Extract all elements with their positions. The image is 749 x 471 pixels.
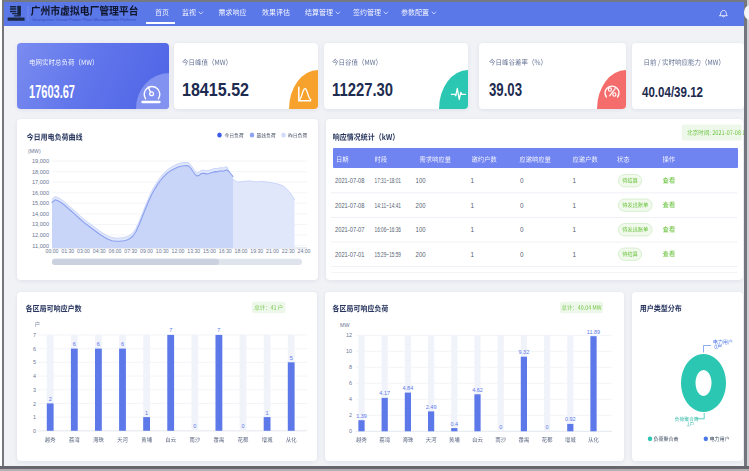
svg-text:8: 8 <box>349 364 352 370</box>
svg-text:16:06~16:36: 16:06~16:36 <box>375 226 402 233</box>
svg-text:6: 6 <box>97 341 100 347</box>
svg-text:06:00: 06:00 <box>109 248 122 254</box>
svg-text:MW: MW <box>340 322 350 328</box>
svg-text:03:00: 03:00 <box>77 248 90 254</box>
svg-text:21:00: 21:00 <box>266 248 279 254</box>
svg-text:0: 0 <box>546 424 549 430</box>
svg-text:1: 1 <box>145 410 148 416</box>
svg-text:4.62: 4.62 <box>472 387 483 393</box>
svg-text:7: 7 <box>217 327 220 333</box>
svg-text:4.17: 4.17 <box>379 390 390 396</box>
svg-text:2021-07-07: 2021-07-07 <box>335 226 365 233</box>
svg-text:1: 1 <box>471 202 475 209</box>
svg-text:17:31~18:01: 17:31~18:01 <box>375 177 402 184</box>
svg-text:15,000: 15,000 <box>32 200 49 206</box>
svg-text:13,000: 13,000 <box>32 221 49 227</box>
svg-text:16:30: 16:30 <box>219 248 232 254</box>
svg-text:0: 0 <box>520 202 524 209</box>
svg-text:12: 12 <box>346 332 352 338</box>
svg-text:1: 1 <box>573 251 577 258</box>
svg-text:18,000: 18,000 <box>32 169 49 175</box>
svg-text:2: 2 <box>49 396 52 402</box>
svg-text:1: 1 <box>471 251 475 258</box>
svg-text:1: 1 <box>471 226 475 233</box>
svg-text:2: 2 <box>33 401 36 407</box>
svg-text:2.49: 2.49 <box>426 404 437 410</box>
svg-text:1: 1 <box>573 226 577 233</box>
svg-text:7: 7 <box>33 332 36 338</box>
svg-text:1: 1 <box>471 177 475 184</box>
svg-text:09:00: 09:00 <box>140 248 153 254</box>
svg-text:5: 5 <box>290 355 293 361</box>
svg-text:6: 6 <box>33 346 36 352</box>
svg-text:11227.30: 11227.30 <box>332 79 393 100</box>
svg-text:0: 0 <box>520 226 524 233</box>
svg-text:4.84: 4.84 <box>403 385 414 391</box>
svg-text:12:00: 12:00 <box>172 248 185 254</box>
svg-text:17603.67: 17603.67 <box>29 82 75 102</box>
svg-text:200: 200 <box>416 202 426 209</box>
svg-text:0: 0 <box>520 251 524 258</box>
svg-text:14,000: 14,000 <box>32 211 49 217</box>
svg-text:0: 0 <box>520 177 524 184</box>
svg-text:12,000: 12,000 <box>32 232 49 238</box>
svg-text:10: 10 <box>346 348 352 354</box>
svg-text:14:11~14:41: 14:11~14:41 <box>375 202 402 209</box>
svg-text:6: 6 <box>349 380 352 386</box>
svg-text:04:30: 04:30 <box>93 248 106 254</box>
svg-text:200: 200 <box>416 251 426 258</box>
svg-text:15:29~15:59: 15:29~15:59 <box>375 251 402 258</box>
svg-text:0: 0 <box>33 428 36 434</box>
svg-text:17,000: 17,000 <box>32 179 49 185</box>
svg-text:6: 6 <box>73 341 76 347</box>
svg-text:2021-07-01: 2021-07-01 <box>335 251 365 258</box>
svg-text:19,000: 19,000 <box>32 158 49 164</box>
svg-text:39.03: 39.03 <box>489 79 522 100</box>
svg-text:1: 1 <box>573 202 577 209</box>
svg-text:6: 6 <box>121 341 124 347</box>
svg-text:01:30: 01:30 <box>61 248 74 254</box>
svg-text:4: 4 <box>33 373 36 379</box>
svg-text:7: 7 <box>169 327 172 333</box>
svg-text:2021-07-08: 2021-07-08 <box>335 177 365 184</box>
svg-text:11.89: 11.89 <box>587 329 600 335</box>
svg-text:24:00: 24:00 <box>298 248 311 254</box>
svg-text:10:30: 10:30 <box>156 248 169 254</box>
svg-text:100: 100 <box>416 226 426 233</box>
svg-text:5: 5 <box>33 359 36 365</box>
svg-text:1.39: 1.39 <box>356 413 367 419</box>
svg-text:1: 1 <box>266 410 269 416</box>
svg-text:1: 1 <box>573 177 577 184</box>
svg-text:0: 0 <box>241 423 244 429</box>
svg-text:0: 0 <box>499 424 502 430</box>
svg-text:2021-07-08: 2021-07-08 <box>335 202 365 209</box>
svg-text:00:00: 00:00 <box>46 248 59 254</box>
svg-text:16,000: 16,000 <box>32 190 49 196</box>
svg-text:0: 0 <box>349 428 352 434</box>
svg-text:15:00: 15:00 <box>203 248 216 254</box>
svg-text:4: 4 <box>349 396 352 402</box>
svg-text:19:30: 19:30 <box>250 248 263 254</box>
svg-text:(MW): (MW) <box>28 148 41 154</box>
svg-text:18:00: 18:00 <box>235 248 248 254</box>
svg-text:2: 2 <box>349 412 352 418</box>
svg-text:07:30: 07:30 <box>124 248 137 254</box>
svg-text:0.92: 0.92 <box>565 416 576 422</box>
svg-text:3: 3 <box>33 387 36 393</box>
svg-text:0: 0 <box>193 423 196 429</box>
svg-text:40.04/39.12: 40.04/39.12 <box>642 83 703 100</box>
svg-text:0.4: 0.4 <box>450 421 458 427</box>
svg-text:1: 1 <box>33 414 36 420</box>
svg-text:18415.52: 18415.52 <box>182 79 249 100</box>
svg-text:13:30: 13:30 <box>187 248 200 254</box>
svg-text:22:30: 22:30 <box>282 248 295 254</box>
svg-text:Guangzhou Virtual Power Plant: Guangzhou Virtual Power Plant Management… <box>32 17 136 22</box>
svg-text:100: 100 <box>416 177 426 184</box>
svg-text:9.32: 9.32 <box>519 349 530 355</box>
